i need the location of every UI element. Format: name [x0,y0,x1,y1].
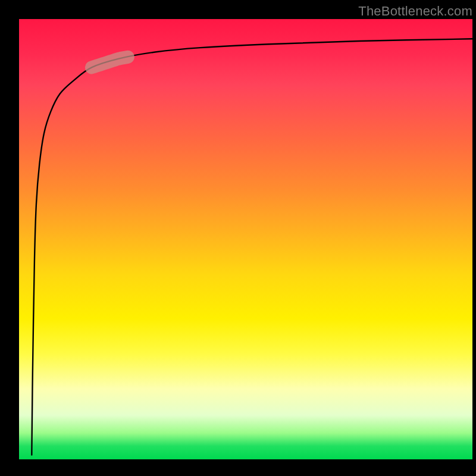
plot-area [19,19,472,459]
watermark-text: TheBottleneck.com [358,4,472,19]
curve-layer [19,19,472,459]
bottleneck-curve-line [32,39,472,455]
chart-container: TheBottleneck.com [0,0,476,476]
highlight-segment [92,57,128,68]
